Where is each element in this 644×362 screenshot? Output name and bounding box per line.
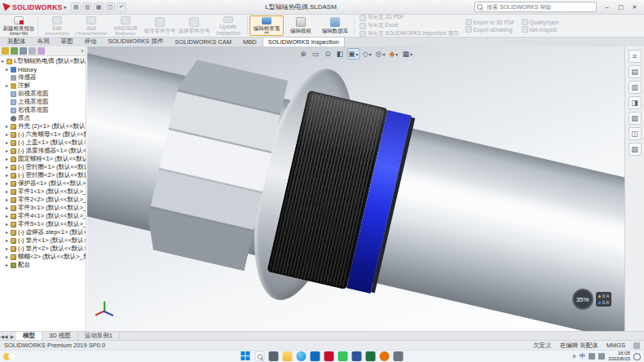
motion-study-tab[interactable]: 运动算例1 bbox=[78, 332, 120, 340]
section-view-icon[interactable] bbox=[334, 48, 346, 60]
tab-scroll-right-icon[interactable] bbox=[8, 332, 16, 340]
network-icon[interactable] bbox=[589, 353, 595, 360]
minimize-button[interactable] bbox=[600, 1, 614, 13]
tab-mbd[interactable]: MBD bbox=[237, 37, 262, 46]
tab-evaluate[interactable]: 评估 bbox=[79, 36, 103, 46]
undo-icon[interactable] bbox=[117, 2, 126, 12]
menu-arrow-icon[interactable] bbox=[64, 4, 68, 11]
forum-icon[interactable] bbox=[629, 143, 642, 156]
file-explorer-icon[interactable] bbox=[283, 351, 293, 361]
export-3d-pdf-button[interactable]: Export to 3D PDF bbox=[465, 19, 515, 25]
open-icon[interactable] bbox=[82, 2, 92, 12]
tree-item[interactable]: (-) 虚焊器.step<1> (默认<<默认> bbox=[0, 228, 86, 236]
display-manager-tab[interactable] bbox=[37, 47, 45, 55]
settings-icon[interactable] bbox=[394, 351, 404, 361]
edge-icon[interactable] bbox=[297, 351, 307, 361]
status-units[interactable]: MMGS bbox=[607, 342, 625, 349]
balloons-button[interactable]: HAS/SUB Balloons bbox=[108, 15, 143, 36]
tree-item[interactable]: 零件5<1> (默认<<默认>_显示状 bbox=[0, 220, 86, 228]
excel-icon[interactable] bbox=[366, 351, 376, 361]
store-icon[interactable] bbox=[311, 351, 320, 361]
search-input[interactable] bbox=[474, 2, 597, 12]
view-orientation-icon[interactable] bbox=[346, 48, 360, 60]
3d-model[interactable] bbox=[87, 46, 624, 331]
file-explorer-icon[interactable] bbox=[629, 81, 642, 94]
export-excel-button[interactable]: 导出至 Excel bbox=[359, 22, 459, 29]
export-inspection-project-button[interactable]: 导出至 SOLIDWORKS Inspection 项目 bbox=[359, 30, 459, 38]
tree-item-mates[interactable]: 配合 bbox=[0, 261, 86, 269]
resources-icon[interactable] bbox=[629, 50, 642, 63]
edit-database-button[interactable]: 编辑数据库 bbox=[318, 15, 352, 36]
solidworks-icon[interactable] bbox=[324, 351, 334, 361]
new-icon[interactable] bbox=[71, 2, 81, 12]
tree-item-root[interactable]: L型轴辐热电偶 (默认<默认_显示状态-1 bbox=[0, 57, 86, 65]
add-characteristic-button[interactable]: Add Characteristic bbox=[74, 15, 108, 36]
appearances-icon[interactable] bbox=[387, 48, 399, 60]
net-inspect-button[interactable]: Net-Inspect bbox=[522, 26, 559, 33]
appearances-pane-icon[interactable] bbox=[629, 112, 642, 125]
view-palette-icon[interactable] bbox=[629, 96, 642, 109]
tree-item[interactable]: 零件2<2> (默认<<默认>_显示状态 bbox=[0, 196, 86, 204]
task-view-icon[interactable] bbox=[269, 351, 279, 361]
reorder-balloons-button[interactable]: 移序零件序号 bbox=[143, 15, 177, 36]
notification-bell-icon[interactable] bbox=[633, 353, 641, 360]
tree-item[interactable]: (-) 温度传感器<1> (默认<<默认> bbox=[0, 147, 86, 155]
start-icon[interactable] bbox=[241, 351, 251, 361]
tree-item[interactable]: (-) 上盖<1> (默认<<默认>_显示状 bbox=[0, 139, 86, 147]
expand-pane-arrow[interactable] bbox=[81, 48, 84, 54]
features-manager-tab[interactable] bbox=[2, 47, 9, 55]
property-manager-tab[interactable] bbox=[11, 47, 18, 55]
hide-items-icon[interactable] bbox=[374, 48, 387, 60]
clock[interactable]: 16:05 2022/8/15 bbox=[608, 351, 630, 362]
tab-solidworks-cam[interactable]: SOLIDWORKS CAM bbox=[169, 37, 237, 46]
tree-item[interactable]: (-) 密封圈<1> (默认<<默认>_显示 bbox=[0, 163, 86, 171]
export-2d-pdf-button[interactable]: 导出至 2D PDF bbox=[359, 14, 459, 21]
browser-icon[interactable] bbox=[380, 351, 390, 361]
ime-indicator[interactable]: 中 bbox=[580, 352, 586, 360]
tree-item[interactable]: 注解 bbox=[0, 82, 86, 90]
tree-item[interactable]: 零件1<1> (默认<<默认>_显示状态 bbox=[0, 188, 86, 196]
tree-item[interactable]: (-) 垫片<2> (默认<<默认>_显示 bbox=[0, 245, 86, 253]
tree-item[interactable]: 螺帽<2> (默认<<默认>_显示状态 bbox=[0, 253, 86, 261]
print-icon[interactable] bbox=[105, 2, 115, 12]
tree-item[interactable]: 零件4<1> (默认<<默认>_显示状态 bbox=[0, 212, 86, 220]
search-icon[interactable] bbox=[255, 351, 265, 361]
tree-item[interactable]: 前视基准面 bbox=[0, 90, 86, 98]
tab-solidworks-inspection[interactable]: SOLIDWORKS Inspection bbox=[262, 37, 345, 46]
qualityxpert-button[interactable]: QualityXpert bbox=[522, 19, 559, 25]
model-tab[interactable]: 模型 bbox=[16, 332, 42, 340]
zoom-fit-icon[interactable] bbox=[298, 48, 309, 60]
tab-sketch[interactable]: 草图 bbox=[55, 36, 79, 46]
tree-item[interactable]: 传感器 bbox=[0, 73, 86, 82]
tab-assembly[interactable]: 装配体 bbox=[2, 36, 32, 46]
volume-icon[interactable] bbox=[598, 353, 605, 360]
tree-item[interactable]: (-) 六角螺母<1> (默认<<默认>_显 bbox=[0, 130, 86, 139]
tree-item[interactable]: History bbox=[0, 65, 86, 73]
display-style-icon[interactable] bbox=[361, 48, 373, 60]
graphics-viewport[interactable]: 35% 0.4 0.6 bbox=[87, 46, 624, 331]
wechat-icon[interactable] bbox=[338, 351, 348, 361]
word-icon[interactable] bbox=[352, 351, 362, 361]
configuration-manager-tab[interactable] bbox=[20, 47, 27, 55]
new-inspection-report-button[interactable]: 新建检查报告 (imp;%) bbox=[2, 15, 36, 36]
export-edrawing-button[interactable]: Export eDrawing bbox=[465, 26, 515, 33]
tree-item[interactable]: 零件3<1> (默认<<默认>_显示状态 bbox=[0, 204, 86, 212]
tray-expand-icon[interactable] bbox=[572, 353, 576, 360]
tree-item[interactable]: (-) 垫片<1> (默认<<默认>_显示状 bbox=[0, 236, 86, 245]
zoom-area-icon[interactable] bbox=[310, 48, 321, 60]
design-library-icon[interactable] bbox=[629, 65, 642, 78]
tab-layout[interactable]: 布局 bbox=[32, 36, 55, 46]
save-icon[interactable] bbox=[94, 2, 104, 12]
previous-view-icon[interactable] bbox=[322, 48, 333, 60]
maximize-button[interactable] bbox=[614, 1, 628, 13]
weather-widget[interactable] bbox=[3, 353, 16, 360]
tree-item[interactable]: 上视基准面 bbox=[0, 98, 86, 106]
tree-item[interactable]: 保护器<1> (默认<<默认>_显示状 bbox=[0, 179, 86, 188]
tab-addins[interactable]: SOLIDWORKS 插件 bbox=[103, 36, 170, 46]
tree-item[interactable]: 右视基准面 bbox=[0, 106, 86, 114]
edit-inspection-project-button[interactable]: 编辑检查项目 bbox=[249, 15, 284, 36]
3d-views-tab[interactable]: 3D 视图 bbox=[42, 332, 78, 340]
dimxpert-tab[interactable] bbox=[29, 47, 36, 55]
close-button[interactable] bbox=[628, 1, 642, 13]
edit-template-button[interactable]: 编辑模板 bbox=[284, 15, 318, 36]
